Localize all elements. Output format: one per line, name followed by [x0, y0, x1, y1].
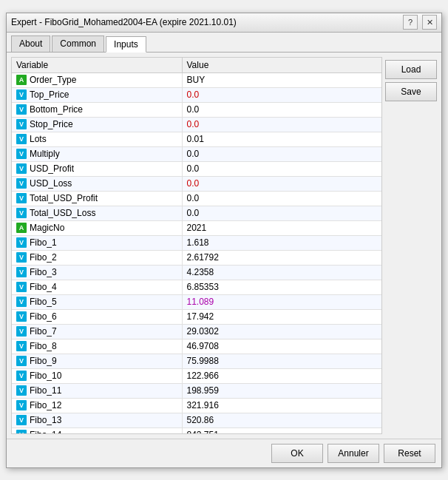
variable-cell: VFibo_9 [12, 354, 182, 368]
variable-cell: VFibo_2 [12, 250, 182, 265]
value-cell: 0.0 [182, 146, 381, 161]
variable-cell: VFibo_4 [12, 280, 182, 294]
table-row[interactable]: VFibo_12321.916 [12, 398, 381, 413]
blue-var-icon: V [16, 341, 27, 351]
blue-var-icon: V [16, 149, 27, 159]
table-row[interactable]: VMultiply0.0 [12, 146, 381, 161]
variable-cell: VFibo_6 [12, 309, 182, 324]
green-var-icon: A [16, 75, 27, 85]
variable-cell: VStop_Price [12, 117, 182, 132]
table-header-row: Variable Value [12, 58, 381, 73]
variable-name: USD_Profit [30, 163, 74, 174]
variable-name: USD_Loss [30, 178, 72, 189]
table-row[interactable]: VStop_Price0.0 [12, 117, 381, 132]
table-row[interactable]: VFibo_617.942 [12, 309, 381, 324]
tab-bar: About Common Inputs [7, 33, 441, 53]
variable-name: Fibo_14 [30, 430, 61, 434]
value-cell: 11.089 [182, 294, 381, 309]
table-row[interactable]: VFibo_511.089 [12, 294, 381, 309]
table-row[interactable]: VFibo_729.0302 [12, 324, 381, 339]
title-bar-right: ? ✕ [403, 15, 437, 30]
variable-cell: VBottom_Price [12, 102, 182, 117]
blue-var-icon: V [16, 237, 27, 248]
variable-cell: VFibo_1 [12, 235, 182, 250]
variable-cell: VFibo_10 [12, 368, 182, 383]
table-body: AOrder_TypeBUYVTop_Price0.0VBottom_Price… [12, 72, 381, 434]
blue-var-icon: V [16, 208, 27, 218]
tab-inputs[interactable]: Inputs [106, 36, 146, 53]
help-button[interactable]: ? [403, 15, 418, 30]
variable-name: Fibo_3 [30, 267, 57, 277]
variable-cell: VUSD_Loss [12, 176, 182, 191]
annuler-button[interactable]: Annuler [327, 444, 379, 463]
table-row[interactable]: VFibo_34.2358 [12, 265, 381, 280]
value-cell: 0.0 [182, 102, 381, 117]
blue-var-icon: V [16, 415, 27, 425]
table-row[interactable]: VUSD_Loss0.0 [12, 176, 381, 191]
table-row[interactable]: VTotal_USD_Profit0.0 [12, 191, 381, 206]
table-row[interactable]: AOrder_TypeBUY [12, 72, 381, 87]
reset-button[interactable]: Reset [384, 444, 435, 463]
table-row[interactable]: VTotal_USD_Loss0.0 [12, 206, 381, 220]
table-row[interactable]: VLots0.01 [12, 132, 381, 146]
variable-cell: VUSD_Profit [12, 161, 182, 176]
table-row[interactable]: VFibo_846.9708 [12, 339, 381, 354]
variable-cell: VFibo_8 [12, 339, 182, 354]
variable-name: Fibo_13 [30, 415, 61, 425]
value-cell: 75.9988 [182, 354, 381, 368]
value-cell: 1.618 [182, 235, 381, 250]
variable-cell: VFibo_14 [12, 427, 182, 434]
variable-cell: VTotal_USD_Loss [12, 206, 182, 220]
blue-var-icon: V [16, 178, 27, 189]
variable-cell: VFibo_3 [12, 265, 182, 280]
table-row[interactable]: VFibo_14842.751 [12, 427, 381, 434]
variable-name: Stop_Price [30, 119, 73, 129]
table-row[interactable]: VFibo_11.618 [12, 235, 381, 250]
table-row[interactable]: VFibo_13520.86 [12, 413, 381, 427]
blue-var-icon: V [16, 119, 27, 129]
tab-about[interactable]: About [11, 36, 50, 52]
variable-name: Lots [30, 134, 47, 144]
variable-name: Fibo_4 [30, 282, 57, 292]
table-row[interactable]: VFibo_11198.959 [12, 383, 381, 398]
table-row[interactable]: VFibo_975.9988 [12, 354, 381, 368]
variable-cell: VFibo_5 [12, 294, 182, 309]
blue-var-icon: V [16, 385, 27, 396]
variable-cell: AOrder_Type [12, 72, 182, 87]
variable-cell: AMagicNo [12, 220, 182, 235]
table-row[interactable]: VTop_Price0.0 [12, 87, 381, 102]
value-cell: 520.86 [182, 413, 381, 427]
variable-name: Multiply [30, 149, 60, 159]
table-row[interactable]: VFibo_46.85353 [12, 280, 381, 294]
variable-cell: VTop_Price [12, 87, 182, 102]
variable-name: Fibo_9 [30, 356, 57, 366]
blue-var-icon: V [16, 282, 27, 292]
save-button[interactable]: Save [385, 82, 437, 101]
title-bar: Expert - FiboGrid_Mohamed2004-EA (expire… [7, 13, 441, 33]
window-title: Expert - FiboGrid_Mohamed2004-EA (expire… [11, 17, 237, 27]
table-row[interactable]: VFibo_22.61792 [12, 250, 381, 265]
tab-common[interactable]: Common [52, 36, 104, 52]
ok-button[interactable]: OK [271, 444, 323, 463]
variable-name: Top_Price [30, 89, 69, 100]
load-button[interactable]: Load [385, 60, 437, 79]
value-cell: 0.0 [182, 176, 381, 191]
table-row[interactable]: VUSD_Profit0.0 [12, 161, 381, 176]
value-cell: 29.0302 [182, 324, 381, 339]
close-button[interactable]: ✕ [422, 15, 437, 30]
variable-name: Fibo_11 [30, 385, 61, 396]
variable-name: Fibo_2 [30, 252, 57, 263]
value-cell: 321.916 [182, 398, 381, 413]
variable-name: Fibo_7 [30, 326, 57, 337]
table-row[interactable]: AMagicNo2021 [12, 220, 381, 235]
table-row[interactable]: VFibo_10122.966 [12, 368, 381, 383]
value-cell: 842.751 [182, 427, 381, 434]
variable-name: Fibo_8 [30, 341, 57, 351]
value-cell: 4.2358 [182, 265, 381, 280]
blue-var-icon: V [16, 356, 27, 366]
variables-table-container[interactable]: Variable Value AOrder_TypeBUYVTop_Price0… [11, 57, 382, 434]
green-var-icon: A [16, 223, 27, 233]
table-row[interactable]: VBottom_Price0.0 [12, 102, 381, 117]
value-cell: 198.959 [182, 383, 381, 398]
blue-var-icon: V [16, 104, 27, 115]
